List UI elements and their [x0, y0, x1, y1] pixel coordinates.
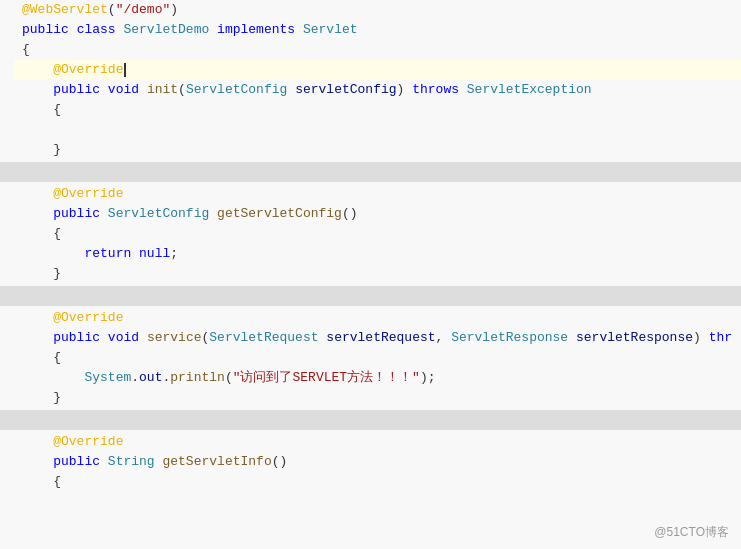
line-content-11: {	[14, 224, 741, 244]
line-content-9: @Override	[14, 184, 741, 204]
watermark: @51CTO博客	[654, 524, 729, 541]
line-content-17: System.out.println("访问到了SERVLET方法！！！");	[14, 368, 741, 388]
line-content-20: public String getServletInfo()	[14, 452, 741, 472]
line-content-18: }	[14, 388, 741, 408]
code-line-21: {	[0, 472, 741, 492]
line-content-3: {	[14, 40, 741, 60]
line-content-8: }	[14, 140, 741, 160]
code-line-20: public String getServletInfo()	[0, 452, 741, 472]
code-line-13: }	[0, 264, 741, 284]
code-line-17: System.out.println("访问到了SERVLET方法！！！");	[0, 368, 741, 388]
code-line-19: @Override	[0, 432, 741, 452]
code-line-18: }	[0, 388, 741, 408]
code-line-1: @WebServlet("/demo")	[0, 0, 741, 20]
code-line-15: public void service(ServletRequest servl…	[0, 328, 741, 348]
line-content-5: public void init(ServletConfig servletCo…	[14, 80, 741, 100]
line-content-10: public ServletConfig getServletConfig()	[14, 204, 741, 224]
line-content-4: @Override	[14, 60, 741, 80]
gutter-3	[0, 40, 14, 60]
code-editor[interactable]: @WebServlet("/demo") public class Servle…	[0, 0, 741, 549]
gutter-6	[0, 100, 14, 120]
code-line-8: }	[0, 140, 741, 160]
line-content-21: {	[14, 472, 741, 492]
gutter-17	[0, 368, 14, 388]
code-line-3: {	[0, 40, 741, 60]
gutter-19	[0, 432, 14, 452]
separator-2	[0, 286, 741, 306]
line-content-7	[14, 120, 741, 140]
gutter-7	[0, 120, 14, 140]
code-line-9: @Override	[0, 184, 741, 204]
line-content-13: }	[14, 264, 741, 284]
code-line-16: {	[0, 348, 741, 368]
gutter-16	[0, 348, 14, 368]
separator-3	[0, 410, 741, 430]
gutter-8	[0, 140, 14, 160]
code-area: @WebServlet("/demo") public class Servle…	[0, 0, 741, 492]
code-line-10: public ServletConfig getServletConfig()	[0, 204, 741, 224]
gutter-5	[0, 80, 14, 100]
code-line-5: public void init(ServletConfig servletCo…	[0, 80, 741, 100]
line-content-16: {	[14, 348, 741, 368]
line-content-2: public class ServletDemo implements Serv…	[14, 20, 741, 40]
gutter-20	[0, 452, 14, 472]
code-line-12: return null;	[0, 244, 741, 264]
gutter-2	[0, 20, 14, 40]
gutter-9	[0, 184, 14, 204]
separator-1	[0, 162, 741, 182]
line-content-15: public void service(ServletRequest servl…	[14, 328, 741, 348]
line-content-1: @WebServlet("/demo")	[14, 0, 741, 20]
code-line-7	[0, 120, 741, 140]
gutter-21	[0, 472, 14, 492]
line-content-12: return null;	[14, 244, 741, 264]
gutter-15	[0, 328, 14, 348]
code-line-6: {	[0, 100, 741, 120]
line-content-14: @Override	[14, 308, 741, 328]
gutter-14	[0, 308, 14, 328]
gutter-18	[0, 388, 14, 408]
code-line-4: @Override	[0, 60, 741, 80]
gutter-4	[0, 60, 14, 80]
gutter-10	[0, 204, 14, 224]
gutter-11	[0, 224, 14, 244]
gutter-1	[0, 0, 14, 20]
gutter-13	[0, 264, 14, 284]
code-line-14: @Override	[0, 308, 741, 328]
gutter-12	[0, 244, 14, 264]
line-content-19: @Override	[14, 432, 741, 452]
line-content-6: {	[14, 100, 741, 120]
code-line-11: {	[0, 224, 741, 244]
code-line-2: public class ServletDemo implements Serv…	[0, 20, 741, 40]
